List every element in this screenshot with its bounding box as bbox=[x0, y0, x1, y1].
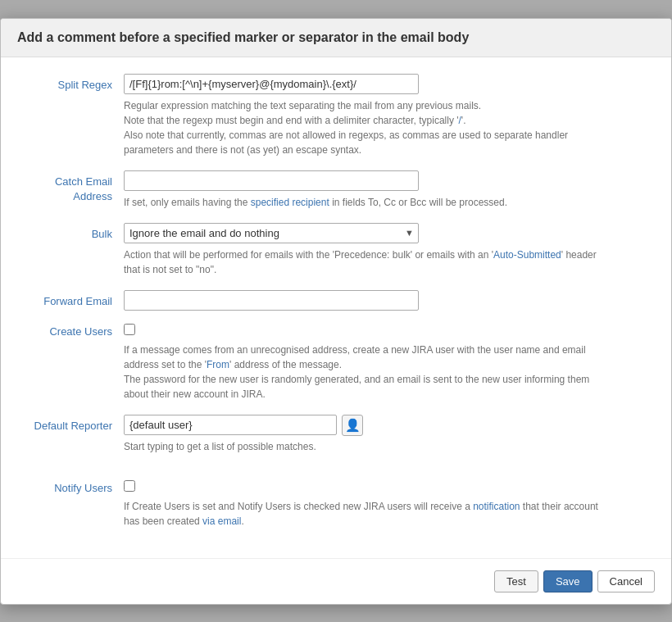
split-regex-help: Regular expression matching the text sep… bbox=[124, 98, 615, 157]
dialog-body: Split Regex Regular expression matching … bbox=[1, 57, 671, 550]
test-button[interactable]: Test bbox=[494, 570, 538, 592]
forward-email-row: Forward Email bbox=[17, 290, 655, 311]
split-regex-content: Regular expression matching the text sep… bbox=[124, 74, 655, 157]
default-reporter-input[interactable] bbox=[124, 415, 337, 435]
catch-email-help: If set, only emails having the specified… bbox=[124, 195, 615, 210]
create-users-row: Create Users If a message comes from an … bbox=[17, 324, 655, 402]
split-regex-row: Split Regex Regular expression matching … bbox=[17, 74, 655, 157]
notify-users-label: Notify Users bbox=[17, 480, 124, 494]
dialog-title: Add a comment before a specified marker … bbox=[17, 30, 655, 45]
create-users-content: If a message comes from an unrecognised … bbox=[124, 324, 655, 402]
bulk-help: Action that will be performed for emails… bbox=[124, 247, 615, 277]
split-regex-input[interactable] bbox=[124, 74, 419, 94]
bulk-select[interactable]: Ignore the email and do nothing Process … bbox=[124, 223, 419, 243]
default-reporter-hint: Start typing to get a list of possible m… bbox=[124, 439, 615, 454]
save-button[interactable]: Save bbox=[543, 570, 593, 592]
create-users-label: Create Users bbox=[17, 324, 124, 338]
notify-users-checkbox[interactable] bbox=[124, 480, 135, 492]
split-regex-label: Split Regex bbox=[17, 74, 124, 93]
user-picker-button[interactable]: 👤 bbox=[342, 415, 363, 436]
bulk-label: Bulk bbox=[17, 223, 124, 242]
default-reporter-content: 👤 Start typing to get a list of possible… bbox=[124, 415, 655, 454]
catch-email-input[interactable] bbox=[124, 170, 419, 191]
spacer bbox=[17, 467, 655, 480]
catch-email-row: Catch Email Address If set, only emails … bbox=[17, 170, 655, 210]
bulk-content: Ignore the email and do nothing Process … bbox=[124, 223, 655, 277]
notify-users-content: If Create Users is set and Notify Users … bbox=[124, 480, 655, 529]
cancel-button[interactable]: Cancel bbox=[597, 570, 655, 592]
dialog-container: Add a comment before a specified marker … bbox=[0, 18, 672, 605]
forward-email-content bbox=[124, 290, 655, 311]
forward-email-label: Forward Email bbox=[17, 290, 124, 309]
dialog-header: Add a comment before a specified marker … bbox=[1, 19, 671, 57]
catch-email-content: If set, only emails having the specified… bbox=[124, 170, 655, 210]
create-users-checkbox[interactable] bbox=[124, 324, 135, 335]
notify-users-help: If Create Users is set and Notify Users … bbox=[124, 499, 615, 529]
default-reporter-label: Default Reporter bbox=[17, 415, 124, 434]
default-reporter-row: Default Reporter 👤 Start typing to get a… bbox=[17, 415, 655, 454]
reporter-wrapper: 👤 bbox=[124, 415, 655, 436]
user-icon: 👤 bbox=[345, 418, 361, 433]
bulk-select-wrapper: Ignore the email and do nothing Process … bbox=[124, 223, 419, 243]
create-users-help: If a message comes from an unrecognised … bbox=[124, 343, 615, 402]
dialog-footer: Test Save Cancel bbox=[1, 558, 671, 604]
notify-users-row: Notify Users If Create Users is set and … bbox=[17, 480, 655, 529]
forward-email-input[interactable] bbox=[124, 290, 419, 311]
bulk-row: Bulk Ignore the email and do nothing Pro… bbox=[17, 223, 655, 277]
catch-email-label: Catch Email Address bbox=[17, 170, 124, 204]
